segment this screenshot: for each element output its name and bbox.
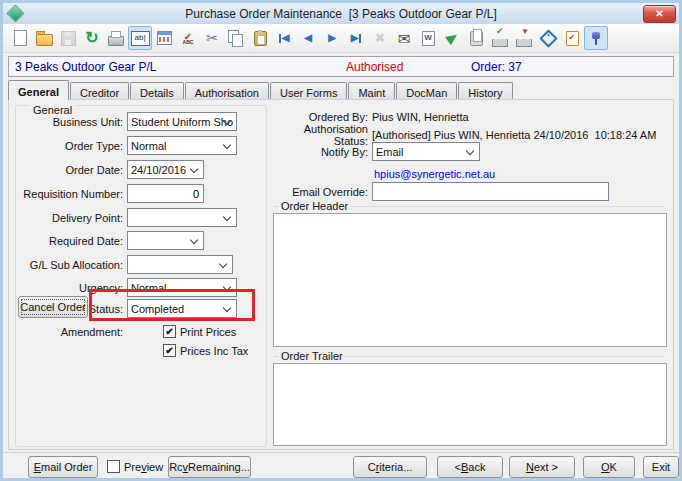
order-type-value: Normal [131,140,166,152]
delivery-point-label: Delivery Point: [17,212,127,224]
tab-creditor[interactable]: Creditor [70,82,129,100]
urgency-select[interactable]: Normal [127,278,237,297]
toolbar-paste-button[interactable] [248,26,272,50]
tab-docman[interactable]: DocMan [396,82,457,100]
required-date-picker[interactable] [127,231,204,250]
chevron-down-icon [219,260,227,268]
window-title: Purchase Order Maintenance [3 Peaks Outd… [3,7,679,21]
tag-icon [539,29,557,47]
tray-receive-icon [516,39,532,47]
word-document-icon [422,31,435,46]
chevron-down-icon [466,147,474,155]
footer-bar: Email Order Preview Rcv Remaining... Cri… [3,452,679,479]
requisition-number-input[interactable]: 0 [127,184,204,203]
preview-checkbox[interactable] [107,460,120,473]
pin-icon [590,31,602,46]
creditor-name: 3 Peaks Outdoor Gear P/L [15,60,156,74]
email-override-label: Email Override: [271,186,372,198]
cut-icon [206,31,218,45]
notify-email-link[interactable]: hpius@synergetic.net.au [374,168,495,180]
toolbar-next-record-button[interactable] [320,26,344,50]
toolbar-save-button[interactable] [56,26,80,50]
email-override-input[interactable] [372,182,609,201]
tab-user-forms[interactable]: User Forms [270,82,347,100]
purchase-order-maintenance-window: Purchase Order Maintenance [3 Peaks Outd… [0,0,682,481]
status-value: Completed [131,303,184,315]
order-date-value: 24/10/2016 [131,164,186,176]
ordered-by-label: Ordered By: [271,111,372,123]
chevron-down-icon [223,213,231,221]
tab-general[interactable]: General [8,80,69,100]
email-order-button[interactable]: Email Order [28,456,98,478]
toolbar-cut-button[interactable] [200,26,224,50]
chevron-down-icon [223,304,231,312]
status-select[interactable]: Completed [127,299,237,318]
next-button[interactable]: Next > [509,456,575,478]
status-label: Status: [17,303,127,315]
open-folder-icon [36,34,53,46]
email-icon [398,31,411,46]
order-trailer-textarea[interactable] [273,363,667,446]
toolbar-field-edit-button[interactable] [128,26,152,50]
toolbar-last-record-button[interactable] [344,26,368,50]
toolbar-previous-record-button[interactable] [296,26,320,50]
rcv-remaining-button[interactable]: Rcv Remaining... [168,456,251,478]
order-date-picker[interactable]: 24/10/2016 [127,160,204,179]
tab-authorisation[interactable]: Authorisation [185,82,269,100]
tab-page-general: General Business Unit: Student Uniform S… [8,99,674,450]
print-prices-checkbox[interactable] [163,325,176,338]
prices-inc-tax-checkbox[interactable] [163,344,176,357]
print-icon [108,36,124,46]
tab-strip: GeneralCreditorDetailsAuthorisationUser … [8,80,514,100]
toolbar-open-folder-button[interactable] [32,26,56,50]
gl-sub-allocation-select[interactable] [127,255,233,274]
toolbar-first-record-button[interactable] [272,26,296,50]
criteria-button[interactable]: Criteria... [353,456,427,478]
tab-maint[interactable]: Maint [348,82,395,100]
next-record-icon [328,33,336,43]
toolbar-copy-button[interactable] [224,26,248,50]
print-prices-label: Print Prices [180,326,236,338]
notify-by-select[interactable]: Email [372,142,480,161]
toolbar-tag-button[interactable] [536,26,560,50]
back-button[interactable]: < Back [437,456,503,478]
order-type-label: Order Type: [17,140,127,152]
chevron-down-icon [190,165,198,173]
toolbar-print-button[interactable] [104,26,128,50]
tab-history[interactable]: History [458,82,512,100]
clipboard-icon [470,31,483,46]
toolbar-table-button[interactable] [152,26,176,50]
prices-inc-tax-label: Prices Inc Tax [180,345,248,357]
close-button[interactable]: ✕ [643,5,676,23]
task-list-icon [566,31,579,46]
refresh-icon [85,30,98,46]
business-unit-value: Student Uniform Sho [131,116,233,128]
toolbar-email-button[interactable] [392,26,416,50]
tab-details[interactable]: Details [130,82,184,100]
toolbar-tray-approve-button[interactable] [488,26,512,50]
toolbar-word-document-button[interactable] [416,26,440,50]
toolbar-delete-button[interactable] [368,26,392,50]
chevron-down-icon [190,236,198,244]
tray-approve-icon [492,39,508,47]
ok-button[interactable]: OK [583,456,635,478]
order-header-textarea[interactable] [273,213,667,347]
exit-button[interactable]: Exit [643,456,679,478]
toolbar-pin-button[interactable] [584,26,608,50]
toolbar-tray-receive-button[interactable] [512,26,536,50]
delivery-point-select[interactable] [127,208,237,227]
field-edit-icon [131,31,150,46]
save-icon [61,31,76,46]
order-type-select[interactable]: Normal [127,136,237,155]
record-info-bar: 3 Peaks Outdoor Gear P/L Authorised Orde… [8,56,674,77]
business-unit-select[interactable]: Student Uniform Sho [127,112,237,131]
toolbar-refresh-button[interactable] [80,26,104,50]
table-icon [157,31,172,45]
toolbar-task-list-button[interactable] [560,26,584,50]
toolbar-new-document-button[interactable] [8,26,32,50]
toolbar-send-button[interactable] [440,26,464,50]
ordered-by-value: Pius WIN, Henrietta [372,111,469,123]
toolbar-spell-check-button[interactable] [176,26,200,50]
order-trailer-label: Order Trailer [279,350,345,362]
toolbar-clipboard-button[interactable] [464,26,488,50]
